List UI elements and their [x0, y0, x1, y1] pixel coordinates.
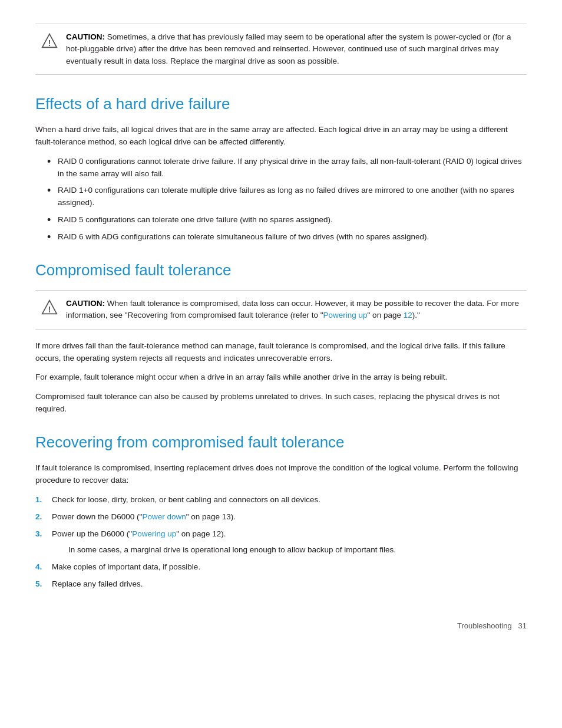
top-caution-text: CAUTION: Sometimes, a drive that has pre…: [66, 31, 521, 67]
top-caution-box: ! CAUTION: Sometimes, a drive that has p…: [35, 24, 527, 75]
recovering-steps: 1. Check for loose, dirty, broken, or be…: [35, 494, 527, 591]
compromised-para1: If more drives fail than the fault-toler…: [35, 340, 527, 365]
list-item: 4. Make copies of important data, if pos…: [35, 561, 527, 574]
footer-text: Troubleshooting 31: [457, 620, 527, 632]
svg-text:!: !: [48, 38, 51, 48]
compromised-heading: Compromised fault tolerance: [35, 259, 527, 282]
list-item: RAID 1+0 configurations can tolerate mul…: [47, 185, 527, 209]
compromised-para3: Compromised fault tolerance can also be …: [35, 391, 527, 416]
effects-bullet-list: RAID 0 configurations cannot tolerate dr…: [35, 156, 527, 244]
list-item: 1. Check for loose, dirty, broken, or be…: [35, 494, 527, 506]
list-item: RAID 5 configurations can tolerate one d…: [47, 214, 527, 226]
page-12-link-caution[interactable]: 12: [404, 311, 412, 319]
compromised-caution-text: CAUTION: When fault tolerance is comprom…: [66, 298, 521, 322]
list-item: 3. Power up the D6000 ("Powering up" on …: [35, 528, 527, 556]
svg-text:!: !: [48, 305, 51, 314]
compromised-caution-box: ! CAUTION: When fault tolerance is compr…: [35, 290, 527, 330]
powering-up-link-caution[interactable]: Powering up: [323, 311, 368, 319]
effects-intro: When a hard drive fails, all logical dri…: [35, 124, 527, 149]
recovering-intro: If fault tolerance is compromised, inser…: [35, 462, 527, 487]
list-item: RAID 6 with ADG configurations can toler…: [47, 231, 527, 243]
list-item: 5. Replace any failed drives.: [35, 578, 527, 591]
compromised-caution-icon: !: [41, 299, 58, 315]
page-footer: Troubleshooting 31: [35, 620, 527, 632]
compromised-para2: For example, fault tolerance might occur…: [35, 371, 527, 384]
power-down-link[interactable]: Power down: [142, 512, 186, 521]
list-item: RAID 0 configurations cannot tolerate dr…: [47, 156, 527, 180]
list-item: 2. Power down the D6000 ("Power down" on…: [35, 511, 527, 523]
section-recovering: Recovering from compromised fault tolera…: [35, 431, 527, 590]
caution-icon: !: [41, 32, 58, 49]
effects-heading: Effects of a hard drive failure: [35, 93, 527, 116]
section-effects: Effects of a hard drive failure When a h…: [35, 93, 527, 243]
section-compromised: Compromised fault tolerance ! CAUTION: W…: [35, 259, 527, 416]
powering-up-link[interactable]: Powering up: [132, 529, 176, 538]
recovering-heading: Recovering from compromised fault tolera…: [35, 431, 527, 454]
